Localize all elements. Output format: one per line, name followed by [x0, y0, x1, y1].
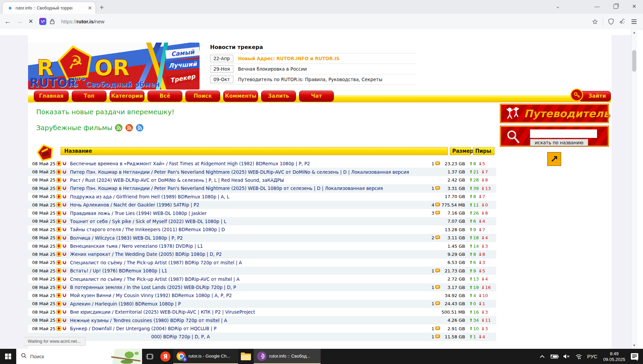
download-icon[interactable]	[56, 285, 61, 290]
nav-button[interactable]: Главная	[34, 91, 69, 102]
address-bar[interactable]: https://rutor.is/new	[61, 19, 105, 24]
clock[interactable]: 8:49 09.05.2025	[600, 351, 629, 362]
stop-loading-button[interactable]: ✕	[25, 17, 37, 27]
torrent-title-link[interactable]: Специалист по съёму / The Pick-up Artist…	[70, 276, 440, 282]
download-icon[interactable]	[56, 326, 61, 331]
torrent-title-link[interactable]: Раст / Rust (2024) WEB-DLRip-AVC от DoMi…	[70, 177, 440, 183]
tor-browser-task-button[interactable]: rutor.info :: Свобод...	[254, 349, 321, 364]
download-icon[interactable]	[56, 293, 61, 298]
magnet-icon[interactable]	[62, 194, 67, 199]
download-icon[interactable]	[56, 310, 61, 314]
news-link[interactable]: Новый Адрес: RUTOR.INFO и RUTOR.IS	[233, 56, 340, 61]
download-icon[interactable]	[56, 211, 61, 216]
forward-button[interactable]: →	[14, 17, 25, 27]
window-restore-button[interactable]	[607, 0, 624, 13]
yandex-browser-icon[interactable]: Я	[158, 349, 173, 364]
extension-icon[interactable]	[39, 18, 46, 25]
download-icon[interactable]	[56, 161, 61, 166]
magnet-icon[interactable]	[62, 326, 67, 331]
tab-close-icon[interactable]: ✕	[88, 5, 92, 10]
torrent-title-link[interactable]: Ночь Арлекинов / Nacht der Gaukler (1996…	[70, 202, 420, 208]
rss-orange-icon[interactable]	[125, 124, 133, 132]
torrent-title-link[interactable]: Тайны старого отеля / The Innkeepers (20…	[70, 227, 440, 232]
taskbar-search-field[interactable]: Поиск	[16, 349, 142, 364]
magnet-icon[interactable]	[62, 211, 67, 216]
torrent-title-link[interactable]: Венецианская тьма / Nero veneziano (1978…	[70, 243, 440, 249]
torrent-comments[interactable]: 2	[420, 235, 440, 240]
bookmark-star-icon[interactable]	[589, 17, 601, 27]
wifi-icon[interactable]	[573, 349, 585, 364]
lock-icon[interactable]	[46, 17, 58, 27]
torrent-title-link[interactable]: Встать! / Up! (1976) BDRemux 1080p | L1	[70, 268, 420, 273]
magnet-icon[interactable]	[62, 293, 67, 298]
torrent-title-link[interactable]: Арлекин / Harlequin (1980) BDRemux 1080p…	[70, 301, 420, 307]
torrent-title-link[interactable]: Бункер / Downfall / Der Untergang (2004)…	[70, 326, 420, 331]
download-icon[interactable]	[56, 318, 61, 323]
torrent-comments[interactable]: 1	[420, 161, 440, 166]
torrent-title-link[interactable]: Беспечные времена в «Риджмонт Хай» / Fas…	[70, 161, 420, 166]
magnet-icon[interactable]	[62, 202, 67, 207]
download-icon[interactable]	[56, 244, 61, 248]
task-view-button[interactable]	[142, 349, 158, 364]
torrent-comments[interactable]: 1	[420, 326, 440, 331]
back-button[interactable]: ←	[2, 17, 14, 27]
torrent-title-link[interactable]: Мой кузен Винни / My Cousin Vinny (1992)…	[70, 293, 440, 298]
scrollbar-thumb[interactable]	[632, 50, 636, 72]
magnet-icon[interactable]	[62, 285, 67, 290]
torrent-comments[interactable]: 1	[420, 268, 440, 273]
nav-button[interactable]: Залить	[261, 91, 296, 102]
magnet-icon[interactable]	[62, 277, 67, 282]
magnet-icon[interactable]	[62, 178, 67, 183]
nav-button[interactable]: Чат	[299, 91, 334, 102]
magnet-icon[interactable]	[62, 236, 67, 240]
torrent-comments[interactable]: 1	[420, 285, 440, 290]
magnet-icon[interactable]	[62, 252, 67, 257]
download-icon[interactable]	[56, 236, 61, 240]
torrent-title-link[interactable]: Тошнит от себя / Syk pike / Sick of Myse…	[70, 219, 440, 224]
download-icon[interactable]	[56, 170, 61, 174]
action-center-icon[interactable]	[631, 353, 638, 360]
download-icon[interactable]	[56, 252, 61, 257]
torrent-title-link[interactable]: Правдивая ложь / True Lies (1994) WEB-DL…	[70, 211, 420, 216]
download-icon[interactable]	[56, 194, 61, 199]
file-explorer-icon[interactable]	[238, 349, 254, 364]
nav-button[interactable]: Всё	[147, 91, 182, 102]
torrent-title-link[interactable]: В потерянных землях / In the Lost Lands …	[70, 285, 420, 290]
rutor-logo-banner[interactable]: R ☭ OR Самый Лучший Трекер RUTOR .INFO .…	[28, 43, 200, 90]
torrent-title-link[interactable]: Нежные кузины / Tendres cousines (1980) …	[70, 318, 440, 323]
magnet-icon[interactable]	[62, 186, 67, 191]
new-tab-button[interactable]: +	[97, 3, 106, 12]
column-header-name[interactable]: Название	[61, 147, 448, 155]
torrent-title-link[interactable]: Вне юрисдикции / Exterritorial (2025) WE…	[70, 309, 440, 315]
download-icon[interactable]	[56, 219, 61, 224]
magnet-icon[interactable]	[62, 227, 67, 232]
torrent-comments[interactable]: 3	[420, 211, 440, 216]
column-header-peers[interactable]: Пиры	[473, 147, 495, 155]
window-minimize-button[interactable]: —	[589, 0, 605, 13]
sidebar-search-button[interactable]: искать по названию	[530, 139, 588, 146]
torrent-title-link[interactable]: Жених напрокат / The Wedding Date (2005)…	[70, 251, 440, 257]
nav-button[interactable]: Категории	[110, 91, 144, 102]
torrent-title-link[interactable]: Волчица / Wilczyca (1983) WEB-DL 1080p |…	[70, 235, 420, 241]
start-button[interactable]	[0, 349, 16, 364]
language-indicator[interactable]: РУС	[585, 349, 600, 364]
download-icon[interactable]	[56, 202, 61, 207]
nav-button[interactable]: Топ	[72, 91, 107, 102]
rss-green-icon[interactable]	[115, 124, 123, 132]
column-header-size[interactable]: Размер	[450, 147, 471, 155]
magnet-icon[interactable]	[62, 268, 67, 273]
download-icon[interactable]	[56, 301, 61, 306]
torrent-title-link[interactable]: Питер Пэн. Кошмар в Нетландии / Peter Pa…	[70, 186, 420, 191]
counter-arrow-button[interactable]: ↗	[547, 152, 561, 166]
nav-button[interactable]: Комменты	[223, 91, 258, 102]
download-icon[interactable]	[56, 227, 61, 232]
guide-banner[interactable]: Путеводитель	[500, 104, 608, 123]
magnet-icon[interactable]	[62, 244, 67, 248]
torrent-comments[interactable]: 4	[420, 202, 440, 208]
window-close-button[interactable]: ✕	[626, 0, 643, 13]
search-highlight-image[interactable]	[108, 349, 142, 364]
shield-icon[interactable]	[605, 17, 617, 27]
login-button[interactable]: Зайти	[579, 91, 611, 101]
download-icon[interactable]	[56, 178, 61, 183]
magnet-icon[interactable]	[62, 161, 67, 166]
